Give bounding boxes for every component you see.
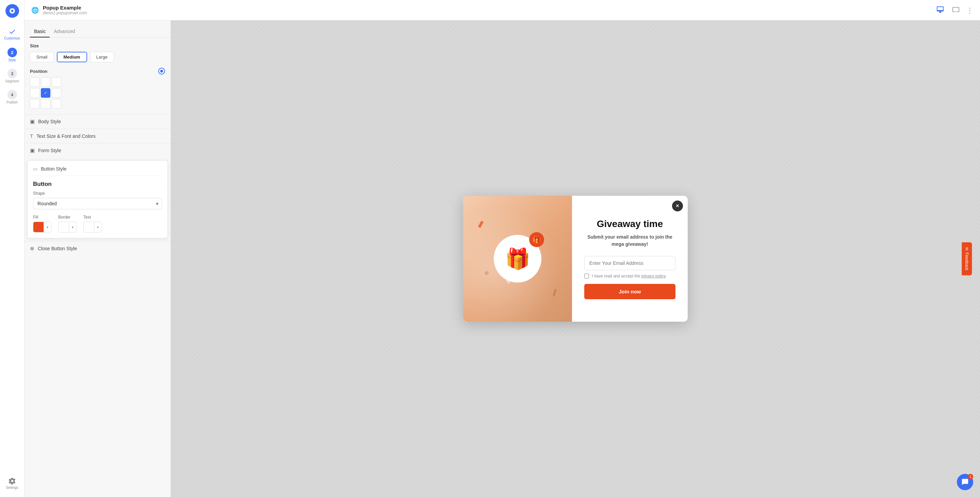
fill-color-swatch[interactable] [33, 221, 44, 233]
panels-row: Basic Advanced Size Small Medium Large P… [24, 21, 980, 497]
fill-color-group: Fill ▾ [33, 215, 51, 233]
pos-cell-8[interactable] [52, 99, 61, 108]
panel-tabs: Basic Advanced [24, 26, 170, 38]
pos-cell-5[interactable] [52, 88, 61, 98]
size-medium[interactable]: Medium [57, 52, 87, 62]
tablet-button[interactable] [951, 5, 961, 16]
close-button-style-menu[interactable]: ⊗ Close Button Style [24, 241, 170, 256]
close-icon: × [676, 203, 679, 209]
text-color-label: Text [83, 215, 102, 220]
size-small[interactable]: Small [30, 52, 54, 62]
tab-basic[interactable]: Basic [30, 26, 50, 37]
desktop-button[interactable] [935, 5, 945, 16]
sidebar-item-customize[interactable]: Customize [2, 24, 22, 43]
text-size-menu[interactable]: T Text Size & Font and Colors [24, 129, 170, 143]
body-style-menu[interactable]: ▣ Body Style [24, 114, 170, 129]
feedback-tab[interactable]: ✉ Feedback [962, 242, 972, 276]
pos-cell-7[interactable] [41, 99, 50, 108]
close-button-style-label: Close Button Style [38, 246, 77, 251]
app-title: Popup Example [43, 5, 87, 11]
privacy-policy-link[interactable]: privacy policy [641, 274, 666, 279]
gift-badge-icon: 🎁 [533, 236, 541, 244]
sidebar-segment-label: Segment [5, 79, 19, 83]
sidebar-style-label: Style [8, 58, 16, 62]
fill-label: Fill [33, 215, 51, 220]
text-picker-row: ▾ [83, 221, 102, 233]
fill-color-dropdown[interactable]: ▾ [44, 221, 51, 233]
form-style-menu[interactable]: ▣ Form Style [24, 143, 170, 158]
pos-cell-3[interactable] [30, 88, 40, 98]
body-style-icon: ▣ [30, 118, 35, 124]
border-picker-row: ▾ [58, 221, 76, 233]
chat-bubble-button[interactable]: 1 [957, 474, 973, 490]
main-area: 🌐 Popup Example demo2.popupsmart.com ⋮ B… [24, 0, 980, 497]
border-color-swatch[interactable] [58, 221, 69, 233]
feedback-label: Feedback [965, 253, 969, 271]
form-style-label: Form Style [38, 148, 61, 153]
sidebar-item-style[interactable]: 2 Style [2, 45, 22, 65]
pos-cell-1[interactable] [41, 77, 50, 87]
popup-title: Giveaway time [597, 218, 663, 230]
left-panel: Basic Advanced Size Small Medium Large P… [24, 21, 171, 497]
button-style-icon: ▭ [33, 166, 37, 172]
shape-select-wrapper: Rounded Square Pill ▾ [33, 198, 162, 209]
tab-advanced[interactable]: Advanced [50, 26, 79, 37]
settings-label: Settings [6, 486, 18, 489]
size-label: Size [24, 43, 170, 48]
app-url: demo2.popupsmart.com [43, 11, 87, 15]
site-info: Popup Example demo2.popupsmart.com [43, 5, 87, 15]
text-color-dropdown[interactable]: ▾ [94, 221, 102, 233]
popup-checkbox-row: I have read and accept the privacy polic… [584, 274, 675, 279]
privacy-checkbox[interactable] [584, 274, 589, 279]
device-icons: ⋮ [935, 5, 973, 16]
privacy-label: I have read and accept the privacy polic… [592, 274, 666, 279]
pos-cell-2[interactable] [52, 77, 61, 87]
join-now-button[interactable]: Join now [584, 284, 675, 299]
app-logo[interactable] [5, 4, 19, 18]
gift-icon: 🎁 [505, 247, 530, 271]
button-style-panel: ▭ Button Style Button Shape Rounded Squa… [27, 160, 168, 238]
button-section-title: Button [33, 181, 162, 188]
pos-cell-0[interactable] [30, 77, 40, 87]
pos-cell-4[interactable] [41, 88, 50, 98]
popup-modal: × 🎁 🎁 [463, 196, 688, 322]
sidebar-bottom: Settings [2, 474, 22, 493]
gift-circle: 🎁 🎁 [494, 235, 541, 282]
shape-select[interactable]: Rounded Square Pill [33, 198, 162, 209]
text-color-swatch[interactable] [83, 221, 94, 233]
text-style-label: Text Size & Font and Colors [37, 134, 95, 139]
preview-area: × 🎁 🎁 [171, 21, 980, 497]
sidebar-item-settings[interactable]: Settings [2, 474, 22, 493]
style-step-circle: 2 [8, 48, 17, 57]
position-indicator [158, 68, 165, 75]
button-style-header: ▭ Button Style [33, 166, 162, 176]
text-color-group: Text ▾ [83, 215, 102, 233]
button-style-title: Button Style [41, 166, 67, 172]
icon-sidebar: Customize 2 Style 3 Segment 4 Publish Se… [0, 0, 24, 497]
popup-email-input[interactable] [584, 256, 675, 270]
fill-picker-row: ▾ [33, 221, 51, 233]
size-buttons: Small Medium Large [24, 52, 170, 62]
text-style-icon: T [30, 133, 33, 139]
sidebar-item-segment[interactable]: 3 Segment [2, 66, 22, 86]
close-button-style-icon: ⊗ [30, 245, 34, 252]
popup-subtitle: Submit your email address to join the me… [584, 234, 675, 248]
position-grid [30, 77, 165, 108]
more-menu-button[interactable]: ⋮ [966, 6, 973, 14]
border-color-dropdown[interactable]: ▾ [69, 221, 76, 233]
pos-cell-6[interactable] [30, 99, 40, 108]
popup-left-image: 🎁 🎁 [463, 196, 572, 322]
sidebar-item-publish[interactable]: 4 Publish [2, 87, 22, 107]
chat-badge: 1 [968, 474, 973, 479]
shape-label: Shape [33, 191, 162, 196]
segment-step-circle: 3 [8, 69, 17, 78]
popup-right-form: Giveaway time Submit your email address … [572, 196, 688, 322]
position-section: Position [24, 68, 170, 108]
publish-step-circle: 4 [8, 90, 17, 99]
popup-close-button[interactable]: × [672, 201, 683, 211]
position-header: Position [30, 68, 165, 75]
size-large[interactable]: Large [90, 52, 114, 62]
sidebar-publish-label: Publish [6, 100, 18, 104]
position-label: Position [30, 69, 47, 74]
border-label: Border [58, 215, 76, 220]
